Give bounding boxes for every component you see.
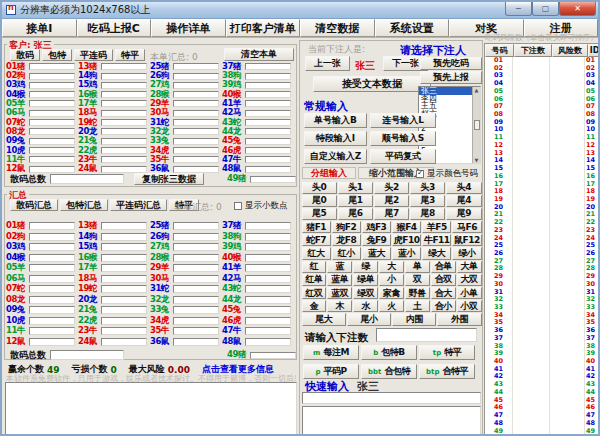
group-button[interactable]: 尾8 bbox=[410, 208, 445, 220]
number-input[interactable] bbox=[29, 327, 75, 335]
number-input[interactable] bbox=[173, 243, 219, 251]
number-input[interactable] bbox=[173, 254, 219, 262]
number-input[interactable] bbox=[173, 264, 219, 272]
number-input[interactable] bbox=[173, 285, 219, 293]
bet-type-button[interactable]: m每注M bbox=[303, 345, 359, 360]
group-button[interactable]: 红 bbox=[302, 261, 327, 273]
customer-tab[interactable]: 特平 bbox=[115, 49, 145, 61]
menu-button-4[interactable]: 打印客户清单 bbox=[226, 19, 301, 37]
group-button[interactable]: 小双 bbox=[457, 300, 482, 312]
summary-tab[interactable]: 平连码汇总 bbox=[110, 199, 167, 211]
group-button[interactable]: 合大 bbox=[431, 287, 456, 299]
group-button[interactable]: 尾小 bbox=[347, 313, 391, 325]
regular-input-button[interactable]: 平码复式 bbox=[370, 149, 436, 164]
number-input[interactable] bbox=[101, 306, 147, 314]
group-button[interactable]: 尾6 bbox=[338, 208, 373, 220]
group-button[interactable]: 鼠F12 bbox=[452, 234, 481, 246]
previous-sheet-button[interactable]: 上一张 bbox=[305, 56, 350, 71]
group-button[interactable]: 蓝单 bbox=[327, 274, 352, 286]
group-button[interactable]: 牛F11 bbox=[422, 234, 451, 246]
number-input[interactable] bbox=[29, 275, 75, 283]
copy-data-button[interactable]: 复制张三数据 bbox=[134, 173, 204, 185]
group-button[interactable]: 尾0 bbox=[302, 195, 337, 207]
bet-amount-input[interactable] bbox=[376, 328, 477, 342]
group-button[interactable]: 双 bbox=[405, 274, 430, 286]
number-input[interactable] bbox=[173, 233, 219, 241]
number-input[interactable] bbox=[101, 222, 147, 230]
number-input[interactable] bbox=[250, 352, 296, 359]
number-input[interactable] bbox=[29, 317, 75, 325]
number-input[interactable] bbox=[101, 317, 147, 325]
group-button[interactable]: 尾大 bbox=[302, 313, 346, 325]
group-button[interactable]: 绿双 bbox=[353, 287, 378, 299]
number-input[interactable] bbox=[29, 285, 75, 293]
group-button[interactable]: 猪F1 bbox=[302, 221, 331, 233]
bet-type-button[interactable]: tp特平 bbox=[419, 345, 475, 360]
regular-input-button[interactable]: 特段输入I bbox=[304, 131, 367, 146]
group-button[interactable]: 金 bbox=[302, 300, 327, 312]
color-number-checkbox[interactable] bbox=[416, 170, 424, 178]
number-input[interactable] bbox=[101, 296, 147, 304]
maximize-button[interactable]: ▢ bbox=[532, 2, 559, 16]
group-button[interactable]: 内围 bbox=[392, 313, 436, 325]
scroll-up-icon[interactable]: ▲ bbox=[475, 87, 479, 93]
number-input[interactable] bbox=[250, 176, 296, 183]
number-input[interactable] bbox=[29, 254, 75, 262]
group-button[interactable]: 木 bbox=[327, 300, 352, 312]
title-bar[interactable]: 分辨率必须为1024x768以上 ─ ▢ ✕ bbox=[2, 2, 598, 19]
customer-tab[interactable]: 平连码 bbox=[74, 49, 113, 61]
regular-input-button[interactable]: 单号输入B bbox=[304, 113, 367, 128]
group-button[interactable]: 大双 bbox=[457, 274, 482, 286]
accept-text-data-button[interactable]: 接受文本数据 bbox=[313, 76, 431, 92]
bet-type-button[interactable]: p平码P bbox=[303, 364, 359, 379]
menu-button-2[interactable]: 吃码上报C bbox=[77, 19, 152, 37]
number-input[interactable] bbox=[101, 327, 147, 335]
group-button[interactable]: 尾4 bbox=[446, 195, 481, 207]
number-input[interactable] bbox=[101, 254, 147, 262]
close-button[interactable]: ✕ bbox=[559, 2, 596, 16]
pre-eat-button[interactable]: 预先吃码 bbox=[420, 57, 482, 70]
group-button[interactable]: 红大 bbox=[302, 247, 331, 259]
number-input[interactable] bbox=[101, 285, 147, 293]
group-button[interactable]: 绿单 bbox=[353, 274, 378, 286]
group-button[interactable]: 绿小 bbox=[452, 247, 481, 259]
bet-type-button[interactable]: bbt合包特 bbox=[361, 364, 417, 379]
menu-button-1[interactable]: 接单I bbox=[2, 19, 77, 37]
number-input[interactable] bbox=[101, 166, 147, 173]
number-input[interactable] bbox=[173, 222, 219, 230]
group-button[interactable]: 野兽 bbox=[405, 287, 430, 299]
number-input[interactable] bbox=[173, 296, 219, 304]
group-button[interactable]: 合小 bbox=[431, 300, 456, 312]
number-input[interactable] bbox=[29, 338, 75, 346]
number-input[interactable] bbox=[245, 264, 291, 272]
number-input[interactable] bbox=[245, 233, 291, 241]
number-input[interactable] bbox=[173, 317, 219, 325]
listbox-scrollbar[interactable]: ▲▼ bbox=[472, 87, 480, 163]
number-input[interactable] bbox=[101, 243, 147, 251]
group-button[interactable]: 绿大 bbox=[422, 247, 451, 259]
group-button[interactable]: 蓝双 bbox=[327, 287, 352, 299]
menu-button-3[interactable]: 操作详单 bbox=[151, 19, 226, 37]
clear-sheet-button[interactable]: 清空本单 bbox=[224, 48, 294, 61]
quick-input[interactable] bbox=[302, 392, 481, 404]
number-input[interactable] bbox=[173, 338, 219, 346]
number-input[interactable] bbox=[29, 222, 75, 230]
group-button[interactable]: 头2 bbox=[374, 182, 409, 194]
group-button[interactable]: 尾7 bbox=[374, 208, 409, 220]
minimize-button[interactable]: ─ bbox=[505, 2, 532, 16]
risk-header-cell[interactable]: 下注数 bbox=[514, 44, 552, 57]
summary-tab[interactable]: 散码汇总 bbox=[10, 199, 58, 211]
customer-tab[interactable]: 散码 bbox=[10, 49, 40, 61]
number-input[interactable] bbox=[245, 327, 291, 335]
regular-input-button[interactable]: 自定义输入Z bbox=[304, 149, 367, 164]
regular-input-button[interactable]: 连号输入L bbox=[370, 113, 436, 128]
group-button[interactable]: 兔F9 bbox=[362, 234, 391, 246]
summary-loose-total-input[interactable] bbox=[50, 350, 124, 360]
number-input[interactable] bbox=[29, 306, 75, 314]
number-input[interactable] bbox=[245, 243, 291, 251]
group-button[interactable]: 虎F10 bbox=[392, 234, 421, 246]
group-button[interactable]: 小 bbox=[379, 274, 404, 286]
number-input[interactable] bbox=[173, 306, 219, 314]
group-button[interactable]: 外围 bbox=[437, 313, 481, 325]
menu-button-5[interactable]: 清空数据 bbox=[300, 19, 375, 37]
